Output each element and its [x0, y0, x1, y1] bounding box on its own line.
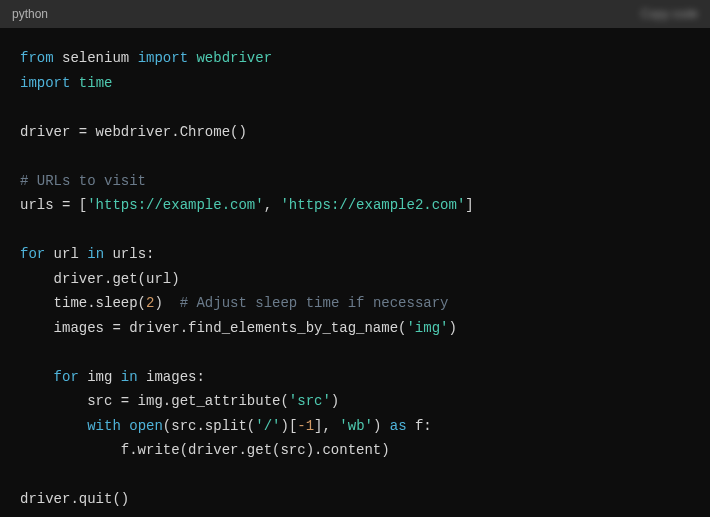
line-1: from selenium import webdriver [20, 50, 272, 66]
line-17: f.write(driver.get(src).content) [20, 442, 390, 458]
line-7: urls = ['https://example.com', 'https://… [20, 197, 474, 213]
txt: selenium [54, 50, 138, 66]
txt: url [45, 246, 87, 262]
txt: images: [138, 369, 205, 385]
line-11: time.sleep(2) # Adjust sleep time if nec… [20, 295, 449, 311]
txt: ], [314, 418, 339, 434]
line-19: driver.quit() [20, 491, 129, 507]
kw-with: with [20, 418, 121, 434]
copy-code-button[interactable]: Copy code [641, 7, 698, 21]
mod-time: time [70, 75, 112, 91]
txt: ] [465, 197, 473, 213]
line-14: for img in images: [20, 369, 205, 385]
txt: , [264, 197, 281, 213]
line-10: driver.get(url) [20, 271, 180, 287]
kw-from: from [20, 50, 54, 66]
comment-sleep: # Adjust sleep time if necessary [180, 295, 449, 311]
kw-as: as [390, 418, 407, 434]
str-wb: 'wb' [339, 418, 373, 434]
str-slash: '/' [255, 418, 280, 434]
kw-import: import [138, 50, 188, 66]
header-actions: Copy code [641, 7, 698, 21]
txt: images = driver.find_elements_by_tag_nam… [20, 320, 406, 336]
line-9: for url in urls: [20, 246, 154, 262]
txt: time.sleep( [20, 295, 146, 311]
kw-in: in [121, 369, 138, 385]
txt: ) [154, 295, 179, 311]
code-header: python Copy code [0, 0, 710, 28]
txt: (src.split( [163, 418, 255, 434]
txt [121, 418, 129, 434]
txt: ) [373, 418, 390, 434]
kw-in: in [87, 246, 104, 262]
fn-open: open [129, 418, 163, 434]
line-4: driver = webdriver.Chrome() [20, 124, 247, 140]
str-url1: 'https://example.com' [87, 197, 263, 213]
txt: ) [448, 320, 456, 336]
txt: )[ [280, 418, 297, 434]
kw-import: import [20, 75, 70, 91]
line-15: src = img.get_attribute('src') [20, 393, 339, 409]
txt: src = img.get_attribute( [20, 393, 289, 409]
kw-for: for [20, 369, 79, 385]
txt: urls: [104, 246, 154, 262]
str-img: 'img' [406, 320, 448, 336]
code-block: from selenium import webdriver import ti… [0, 28, 710, 517]
line-16: with open(src.split('/')[-1], 'wb') as f… [20, 418, 432, 434]
txt: f: [407, 418, 432, 434]
txt: img [79, 369, 121, 385]
language-label: python [12, 7, 48, 21]
kw-for: for [20, 246, 45, 262]
str-src: 'src' [289, 393, 331, 409]
num-neg1: -1 [297, 418, 314, 434]
mod-webdriver: webdriver [188, 50, 272, 66]
line-12: images = driver.find_elements_by_tag_nam… [20, 320, 457, 336]
comment-urls: # URLs to visit [20, 173, 146, 189]
txt: ) [331, 393, 339, 409]
line-2: import time [20, 75, 112, 91]
txt: urls = [ [20, 197, 87, 213]
str-url2: 'https://example2.com' [280, 197, 465, 213]
